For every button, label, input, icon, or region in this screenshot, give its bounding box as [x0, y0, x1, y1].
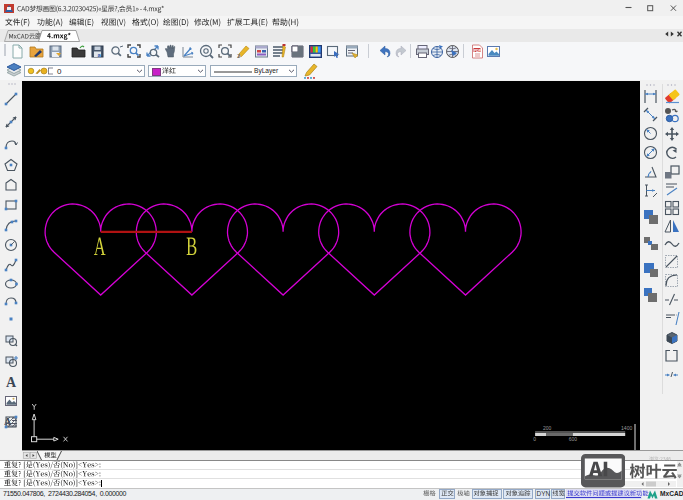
svg-text:0: 0 — [533, 436, 536, 442]
svg-text:1400: 1400 — [621, 425, 632, 431]
svg-text:2: 2 — [237, 53, 240, 59]
svg-text:200: 200 — [542, 425, 551, 431]
svg-text:A: A — [5, 375, 16, 389]
svg-text:PDF: PDF — [474, 48, 482, 52]
svg-text:600: 600 — [568, 436, 577, 442]
